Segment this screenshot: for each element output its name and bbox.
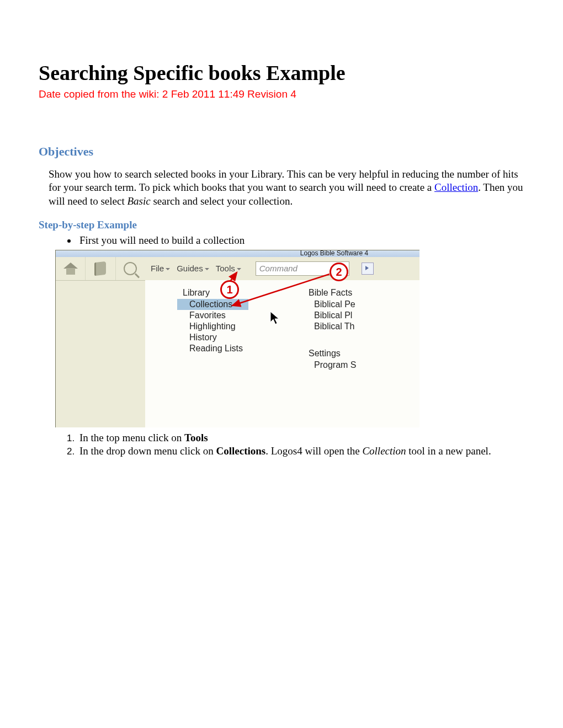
dd-item-biblical-pl[interactable]: Biblical Pl: [304, 310, 362, 321]
app-toolbar: File Guides Tools Command: [145, 257, 419, 281]
objectives-text-post2: search and select your collection.: [151, 195, 293, 207]
dd-item-favorites[interactable]: Favorites: [177, 310, 248, 321]
step-1: In the top menu click on Tools: [77, 432, 524, 444]
dd-item-biblical-pe[interactable]: Biblical Pe: [304, 299, 362, 310]
step-heading: Step-by-step Example: [39, 219, 524, 231]
app-leftbar: [56, 257, 146, 427]
page-subtitle: Date copied from the wiki: 2 Feb 2011 11…: [39, 88, 524, 100]
collection-link[interactable]: Collection: [434, 181, 478, 193]
go-button[interactable]: [362, 263, 374, 275]
menu-tools[interactable]: Tools: [213, 259, 245, 278]
dd-heading-settings: Settings: [304, 347, 362, 360]
step-bullet-list: First you will need to build a collectio…: [39, 234, 524, 247]
menu-file[interactable]: File: [147, 259, 173, 278]
menu-guides[interactable]: Guides: [173, 259, 213, 278]
search-icon[interactable]: [116, 257, 145, 280]
library-icon[interactable]: [86, 257, 115, 280]
dd-item-program-s[interactable]: Program S: [304, 360, 362, 371]
home-icon[interactable]: [56, 257, 86, 280]
objectives-heading: Objectives: [39, 144, 524, 159]
numbered-steps: In the top menu click on Tools In the dr…: [39, 432, 524, 457]
dd-item-reading-lists[interactable]: Reading Lists: [177, 343, 248, 354]
tools-dropdown-left: Library Collections Favorites Highlighti…: [177, 287, 248, 354]
dd-item-history[interactable]: History: [177, 332, 248, 343]
app-content: Library Collections Favorites Highlighti…: [145, 280, 419, 427]
dd-item-biblical-th[interactable]: Biblical Th: [304, 321, 362, 332]
callout-2: 2: [330, 263, 348, 281]
app-titlebar: Logos Bible Software 4: [56, 250, 419, 257]
dd-item-collections[interactable]: Collections: [177, 299, 248, 310]
objectives-paragraph: Show you how to search selected books in…: [49, 168, 524, 208]
dd-heading-bible-facts: Bible Facts: [304, 287, 362, 299]
bullet-item: First you will need to build a collectio…: [77, 234, 524, 247]
step-2: In the drop down menu click on Collectio…: [77, 445, 524, 457]
dd-item-highlighting[interactable]: Highlighting: [177, 321, 248, 332]
app-screenshot: Logos Bible Software 4 File Guides Tools…: [55, 250, 419, 427]
objectives-text-italic: Basic: [127, 195, 150, 207]
tools-dropdown-right: Bible Facts Biblical Pe Biblical Pl Bibl…: [304, 287, 362, 371]
page-title: Searching Specific books Example: [39, 61, 524, 85]
callout-1: 1: [220, 280, 239, 299]
